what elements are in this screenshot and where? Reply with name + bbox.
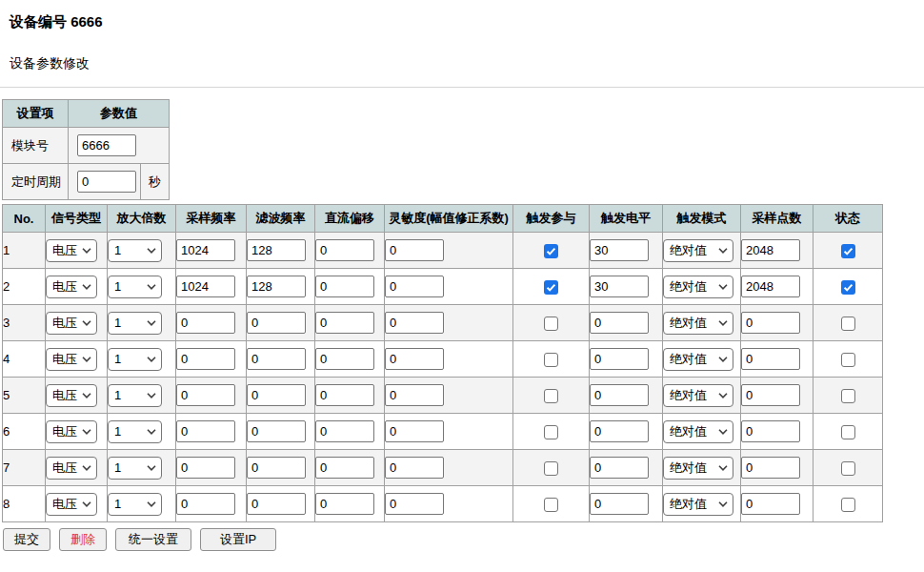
dc-offset-input[interactable] [315, 276, 374, 297]
filter-freq-input[interactable] [247, 420, 306, 442]
sample-points-input[interactable] [741, 312, 800, 334]
sample-rate-input[interactable] [176, 312, 235, 334]
trigger-mode-select[interactable]: 绝对值 [663, 239, 733, 262]
gain-select[interactable]: 1 [108, 457, 162, 480]
signal-type-select-value: 电压 [52, 315, 77, 332]
settings-table: 设置项 参数值 模块号 定时周期 秒 [2, 99, 170, 200]
dc-offset-input[interactable] [315, 384, 374, 406]
signal-type-select[interactable]: 电压 [46, 276, 97, 298]
trigger-enabled-checkbox-unchecked[interactable] [544, 461, 558, 476]
sample-points-input[interactable] [741, 384, 800, 406]
signal-type-select[interactable]: 电压 [46, 312, 97, 335]
filter-freq-input[interactable] [247, 239, 306, 261]
sample-rate-input[interactable] [176, 239, 235, 261]
gain-select[interactable]: 1 [108, 493, 162, 516]
sensitivity-input[interactable] [385, 384, 444, 406]
status-checkbox-unchecked[interactable] [841, 498, 855, 512]
status-checkbox-unchecked[interactable] [841, 389, 855, 403]
status-checkbox-checked[interactable] [841, 280, 855, 295]
sensitivity-input[interactable] [385, 276, 444, 297]
sample-rate-input[interactable] [176, 384, 235, 406]
filter-freq-input[interactable] [247, 312, 306, 334]
trigger-mode-select[interactable]: 绝对值 [663, 348, 733, 371]
delete-button[interactable]: 删除 [59, 528, 107, 551]
sensitivity-input[interactable] [385, 457, 444, 479]
dc-offset-input[interactable] [315, 493, 374, 515]
gain-select[interactable]: 1 [108, 312, 162, 335]
dc-offset-input[interactable] [315, 420, 374, 442]
status-checkbox-unchecked[interactable] [841, 317, 855, 331]
sample-points-input[interactable] [741, 420, 800, 442]
trigger-enabled-checkbox-unchecked[interactable] [544, 353, 558, 367]
trigger-level-input[interactable] [590, 493, 649, 515]
sample-points-input[interactable] [741, 276, 800, 297]
trigger-mode-select[interactable]: 绝对值 [663, 493, 733, 516]
gain-select[interactable]: 1 [108, 276, 162, 298]
trigger-level-input[interactable] [590, 239, 649, 261]
trigger-level-input[interactable] [590, 276, 649, 297]
trigger-enabled-checkbox-unchecked[interactable] [544, 425, 558, 439]
row-number: 7 [3, 460, 10, 475]
trigger-enabled-checkbox-checked[interactable] [544, 280, 558, 295]
sample-points-input[interactable] [741, 348, 800, 370]
trigger-level-input[interactable] [590, 384, 649, 406]
trigger-enabled-checkbox-unchecked[interactable] [544, 317, 558, 331]
trigger-enabled-checkbox-unchecked[interactable] [544, 389, 558, 403]
sample-points-input[interactable] [741, 493, 800, 515]
dc-offset-input[interactable] [315, 312, 374, 334]
gain-select[interactable]: 1 [108, 239, 162, 262]
sample-rate-input[interactable] [176, 457, 235, 479]
sample-rate-input[interactable] [176, 420, 235, 442]
filter-freq-input[interactable] [247, 457, 306, 479]
filter-freq-input[interactable] [247, 276, 306, 297]
module-number-input[interactable] [77, 134, 136, 156]
timer-period-input[interactable] [77, 171, 136, 193]
trigger-level-input[interactable] [590, 312, 649, 334]
status-checkbox-checked[interactable] [841, 244, 855, 258]
filter-freq-input[interactable] [247, 384, 306, 406]
sample-rate-input[interactable] [176, 276, 235, 297]
gain-select[interactable]: 1 [108, 420, 162, 443]
trigger-enabled-checkbox-checked[interactable] [544, 244, 558, 258]
signal-type-select[interactable]: 电压 [46, 420, 97, 443]
status-checkbox-unchecked[interactable] [841, 353, 855, 367]
trigger-level-input[interactable] [590, 457, 649, 479]
trigger-mode-select[interactable]: 绝对值 [663, 457, 733, 480]
sensitivity-input[interactable] [385, 348, 444, 370]
trigger-mode-select[interactable]: 绝对值 [663, 384, 733, 407]
trigger-mode-select[interactable]: 绝对值 [663, 312, 733, 335]
signal-type-select[interactable]: 电压 [46, 239, 97, 262]
set-ip-button[interactable]: 设置IP [200, 528, 276, 551]
sensitivity-input[interactable] [385, 312, 444, 334]
filter-freq-input[interactable] [247, 493, 306, 515]
sample-points-input[interactable] [741, 239, 800, 261]
dc-offset-input[interactable] [315, 457, 374, 479]
sensitivity-input[interactable] [385, 493, 444, 515]
status-checkbox-unchecked[interactable] [841, 425, 855, 439]
trigger-mode-select[interactable]: 绝对值 [663, 420, 733, 443]
trigger-mode-select[interactable]: 绝对值 [663, 276, 733, 298]
trigger-level-input[interactable] [590, 420, 649, 442]
signal-type-select[interactable]: 电压 [46, 384, 97, 407]
chevron-down-icon [82, 248, 91, 254]
signal-type-select[interactable]: 电压 [46, 457, 97, 480]
column-header-9: 触发模式 [663, 205, 741, 233]
signal-type-select[interactable]: 电压 [46, 348, 97, 371]
filter-freq-input[interactable] [247, 348, 306, 370]
sensitivity-input[interactable] [385, 239, 444, 261]
signal-type-select[interactable]: 电压 [46, 493, 97, 516]
sample-rate-input[interactable] [176, 493, 235, 515]
submit-button[interactable]: 提交 [3, 528, 50, 551]
dc-offset-input[interactable] [315, 239, 374, 261]
gain-select[interactable]: 1 [108, 384, 162, 407]
dc-offset-input[interactable] [315, 348, 374, 370]
trigger-enabled-checkbox-unchecked[interactable] [544, 498, 558, 512]
sample-rate-input[interactable] [176, 348, 235, 370]
sample-points-input[interactable] [741, 457, 800, 479]
sensitivity-input[interactable] [385, 420, 444, 442]
status-checkbox-unchecked[interactable] [841, 461, 855, 476]
trigger-level-input[interactable] [590, 348, 649, 370]
chevron-down-icon [718, 320, 728, 326]
batch-set-button[interactable]: 统一设置 [115, 528, 191, 551]
gain-select[interactable]: 1 [108, 348, 162, 371]
